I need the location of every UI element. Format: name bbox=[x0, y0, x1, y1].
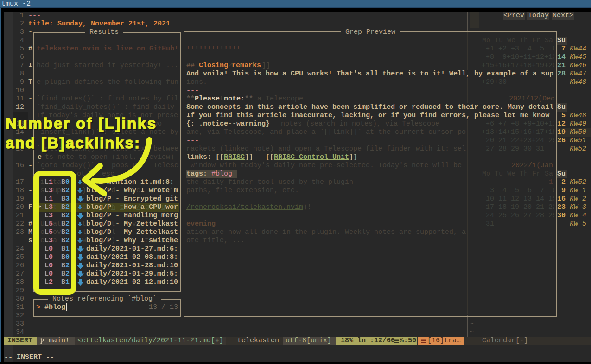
svg-text:and [B]acklinks:: and [B]acklinks: bbox=[6, 134, 140, 151]
svg-text:Number of [L]inks: Number of [L]inks bbox=[6, 115, 156, 132]
